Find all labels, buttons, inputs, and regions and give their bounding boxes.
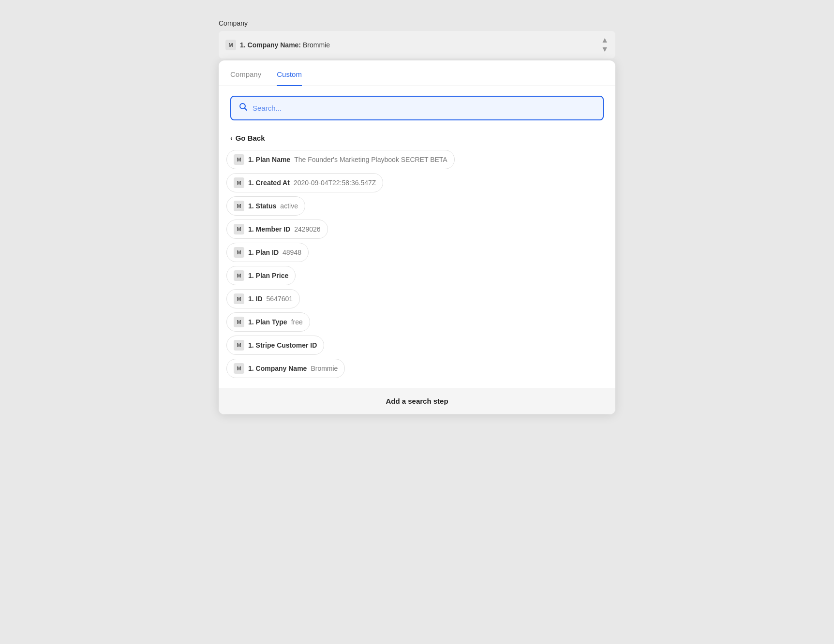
tab-custom[interactable]: Custom — [277, 70, 302, 86]
item-value-member-id: 2429026 — [294, 225, 321, 233]
list-item-plan-price[interactable]: M1. Plan Price — [226, 266, 296, 285]
outer-container: Company M 1. Company Name: Brommie ▲ ▼ C… — [219, 19, 615, 414]
item-value-status: active — [280, 202, 298, 210]
item-value-company-name: Brommie — [311, 365, 338, 372]
company-selector-text: 1. Company Name: Brommie — [240, 41, 330, 49]
item-value-plan-id: 48948 — [283, 249, 301, 256]
add-search-step-label: Add a search step — [386, 397, 448, 405]
item-label-status: 1. Status — [248, 202, 276, 210]
go-back-label: Go Back — [236, 134, 265, 142]
item-label-company-name: 1. Company Name — [248, 365, 307, 372]
item-label-plan-price: 1. Plan Price — [248, 272, 288, 279]
list-item-plan-id[interactable]: M1. Plan ID48948 — [226, 243, 309, 262]
item-label-plan-type: 1. Plan Type — [248, 318, 287, 326]
svg-line-1 — [245, 108, 247, 111]
make-icon-item-id: M — [234, 293, 244, 304]
search-box — [230, 96, 604, 120]
make-icon-company-name: M — [234, 363, 244, 374]
list-item-status[interactable]: M1. Statusactive — [226, 196, 305, 216]
list-item-company-name[interactable]: M1. Company NameBrommie — [226, 359, 345, 378]
company-selector-left: M 1. Company Name: Brommie — [225, 40, 330, 50]
list-item-created-at[interactable]: M1. Created At2020-09-04T22:58:36.547Z — [226, 173, 383, 192]
make-icon-plan-id: M — [234, 247, 244, 258]
go-back-arrow-icon: ‹ — [230, 134, 233, 142]
stepper-icon[interactable]: ▲ ▼ — [601, 36, 609, 54]
make-icon-plan-price: M — [234, 270, 244, 281]
items-list: M1. Plan NameThe Founder's Marketing Pla… — [219, 150, 615, 378]
main-panel: Company Custom ‹ Go Back M1. Plan NameTh… — [219, 60, 615, 414]
make-icon: M — [225, 40, 236, 50]
item-label-member-id: 1. Member ID — [248, 225, 290, 233]
make-icon-status: M — [234, 201, 244, 211]
list-item-plan-type[interactable]: M1. Plan Typefree — [226, 312, 310, 332]
list-item-stripe-customer-id[interactable]: M1. Stripe Customer ID — [226, 336, 324, 355]
tab-company[interactable]: Company — [230, 70, 261, 86]
item-label-created-at: 1. Created At — [248, 179, 290, 187]
make-icon-stripe-customer-id: M — [234, 340, 244, 351]
make-icon-member-id: M — [234, 224, 244, 234]
company-label: Company — [219, 19, 615, 27]
list-item-item-id[interactable]: M1. ID5647601 — [226, 289, 300, 308]
tabs-row: Company Custom — [219, 60, 615, 86]
list-item-plan-name[interactable]: M1. Plan NameThe Founder's Marketing Pla… — [226, 150, 455, 169]
item-label-stripe-customer-id: 1. Stripe Customer ID — [248, 341, 317, 349]
go-back-row[interactable]: ‹ Go Back — [219, 130, 615, 150]
item-value-plan-name: The Founder's Marketing Playbook SECRET … — [294, 156, 447, 163]
company-selector[interactable]: M 1. Company Name: Brommie ▲ ▼ — [219, 31, 615, 59]
search-icon — [239, 102, 248, 114]
make-icon-created-at: M — [234, 177, 244, 188]
item-label-plan-id: 1. Plan ID — [248, 249, 279, 256]
item-value-plan-type: free — [291, 318, 303, 326]
list-item-member-id[interactable]: M1. Member ID2429026 — [226, 220, 328, 239]
item-value-created-at: 2020-09-04T22:58:36.547Z — [294, 179, 376, 187]
search-section — [219, 86, 615, 130]
add-search-step-button[interactable]: Add a search step — [219, 388, 615, 414]
search-input[interactable] — [253, 104, 595, 112]
item-label-plan-name: 1. Plan Name — [248, 156, 290, 163]
make-icon-plan-type: M — [234, 317, 244, 327]
make-icon-plan-name: M — [234, 154, 244, 165]
item-label-item-id: 1. ID — [248, 295, 263, 303]
item-value-item-id: 5647601 — [267, 295, 293, 303]
